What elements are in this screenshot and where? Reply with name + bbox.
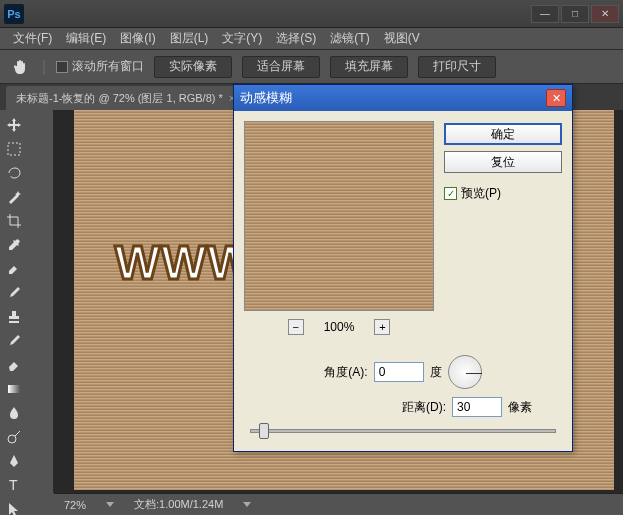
distance-row: 距离(D): 像素 bbox=[244, 397, 562, 417]
preview-label: 预览(P) bbox=[461, 185, 501, 202]
zoom-percent: 100% bbox=[324, 320, 355, 334]
maximize-button[interactable]: □ bbox=[561, 5, 589, 23]
angle-row: 角度(A): 度 bbox=[244, 355, 562, 389]
marquee-tool[interactable] bbox=[2, 138, 26, 160]
angle-unit: 度 bbox=[430, 364, 442, 381]
angle-dial[interactable] bbox=[448, 355, 482, 389]
heal-tool[interactable] bbox=[2, 258, 26, 280]
svg-text:T: T bbox=[9, 477, 18, 493]
angle-input[interactable] bbox=[374, 362, 424, 382]
angle-label: 角度(A): bbox=[324, 364, 367, 381]
menu-select[interactable]: 选择(S) bbox=[269, 30, 323, 47]
window-controls: — □ ✕ bbox=[531, 5, 619, 23]
dialog-body: − 100% + 确定 复位 ✓ 预览(P) 角度(A): 度 距离(D): bbox=[234, 111, 572, 451]
menu-bar: 文件(F) 编辑(E) 图像(I) 图层(L) 文字(Y) 选择(S) 滤镜(T… bbox=[0, 28, 623, 50]
eyedropper-tool[interactable] bbox=[2, 234, 26, 256]
distance-unit: 像素 bbox=[508, 399, 532, 416]
path-select-tool[interactable] bbox=[2, 498, 26, 515]
pen-tool[interactable] bbox=[2, 450, 26, 472]
preview-checkbox[interactable]: ✓ 预览(P) bbox=[444, 185, 562, 202]
window-titlebar: Ps — □ ✕ bbox=[0, 0, 623, 28]
app-logo: Ps bbox=[4, 4, 24, 24]
fill-screen-button[interactable]: 填充屏幕 bbox=[330, 56, 408, 78]
menu-view[interactable]: 视图(V bbox=[377, 30, 427, 47]
eraser-tool[interactable] bbox=[2, 354, 26, 376]
scroll-all-windows-checkbox[interactable]: 滚动所有窗口 bbox=[56, 58, 144, 75]
dialog-title: 动感模糊 bbox=[240, 89, 292, 107]
wand-tool[interactable] bbox=[2, 186, 26, 208]
menu-image[interactable]: 图像(I) bbox=[113, 30, 162, 47]
status-doc-size: 文档:1.00M/1.24M bbox=[134, 497, 223, 512]
lasso-tool[interactable] bbox=[2, 162, 26, 184]
minimize-button[interactable]: — bbox=[531, 5, 559, 23]
menu-type[interactable]: 文字(Y) bbox=[215, 30, 269, 47]
history-brush-tool[interactable] bbox=[2, 330, 26, 352]
close-button[interactable]: ✕ bbox=[591, 5, 619, 23]
status-zoom[interactable]: 72% bbox=[64, 499, 86, 511]
blur-tool[interactable] bbox=[2, 402, 26, 424]
distance-input[interactable] bbox=[452, 397, 502, 417]
stamp-tool[interactable] bbox=[2, 306, 26, 328]
reset-button[interactable]: 复位 bbox=[444, 151, 562, 173]
menu-layer[interactable]: 图层(L) bbox=[163, 30, 216, 47]
crop-tool[interactable] bbox=[2, 210, 26, 232]
slider-thumb[interactable] bbox=[259, 423, 269, 439]
fit-screen-button[interactable]: 适合屏幕 bbox=[242, 56, 320, 78]
slider-track[interactable] bbox=[250, 429, 556, 433]
menu-filter[interactable]: 滤镜(T) bbox=[323, 30, 376, 47]
svg-point-2 bbox=[8, 435, 16, 443]
print-size-button[interactable]: 打印尺寸 bbox=[418, 56, 496, 78]
type-tool[interactable]: T bbox=[2, 474, 26, 496]
brush-tool[interactable] bbox=[2, 282, 26, 304]
hand-icon bbox=[10, 56, 32, 78]
menu-edit[interactable]: 编辑(E) bbox=[59, 30, 113, 47]
ok-button[interactable]: 确定 bbox=[444, 123, 562, 145]
menu-file[interactable]: 文件(F) bbox=[6, 30, 59, 47]
svg-rect-1 bbox=[8, 385, 20, 393]
distance-slider[interactable] bbox=[244, 425, 562, 441]
dodge-tool[interactable] bbox=[2, 426, 26, 448]
status-bar: 72% 文档:1.00M/1.24M bbox=[54, 493, 623, 515]
chevron-down-icon[interactable] bbox=[106, 502, 114, 507]
dialog-close-button[interactable]: ✕ bbox=[546, 89, 566, 107]
motion-blur-dialog: 动感模糊 ✕ − 100% + 确定 复位 ✓ 预览(P) bbox=[233, 84, 573, 452]
document-tab-title: 未标题-1-恢复的 @ 72% (图层 1, RGB/8) * bbox=[16, 91, 223, 106]
zoom-out-button[interactable]: − bbox=[288, 319, 304, 335]
scroll-all-label: 滚动所有窗口 bbox=[72, 58, 144, 75]
svg-rect-0 bbox=[8, 143, 20, 155]
checkmark-icon: ✓ bbox=[444, 187, 457, 200]
actual-pixels-button[interactable]: 实际像素 bbox=[154, 56, 232, 78]
distance-label: 距离(D): bbox=[402, 399, 446, 416]
options-bar: | 滚动所有窗口 实际像素 适合屏幕 填充屏幕 打印尺寸 bbox=[0, 50, 623, 84]
checkbox-icon bbox=[56, 61, 68, 73]
document-tab[interactable]: 未标题-1-恢复的 @ 72% (图层 1, RGB/8) * × bbox=[6, 86, 245, 110]
dialog-titlebar[interactable]: 动感模糊 ✕ bbox=[234, 85, 572, 111]
chevron-down-icon[interactable] bbox=[243, 502, 251, 507]
toolbox: T bbox=[0, 110, 54, 493]
filter-preview[interactable] bbox=[244, 121, 434, 311]
gradient-tool[interactable] bbox=[2, 378, 26, 400]
move-tool[interactable] bbox=[2, 114, 26, 136]
zoom-in-button[interactable]: + bbox=[374, 319, 390, 335]
